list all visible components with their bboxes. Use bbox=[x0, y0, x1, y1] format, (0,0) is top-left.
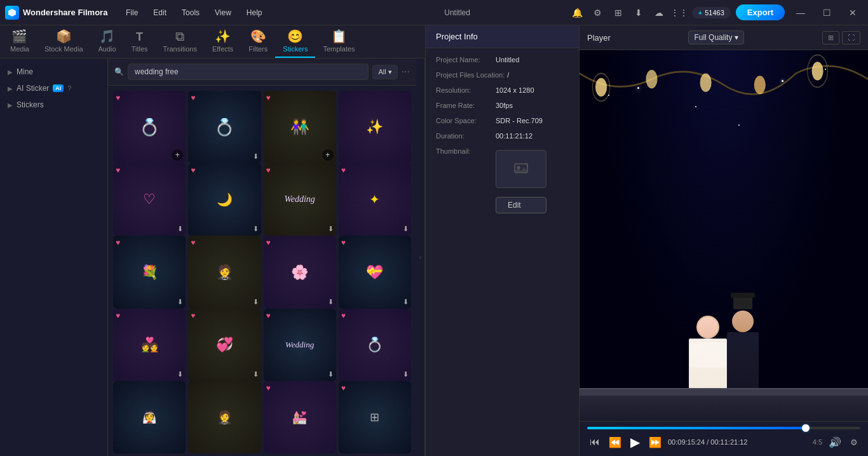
sticker-item[interactable]: ♥ Wedding ⬇ bbox=[264, 163, 336, 236]
sticker-item[interactable]: 🤵 bbox=[188, 381, 261, 453]
menu-tools[interactable]: Tools bbox=[175, 6, 206, 20]
download-icon[interactable]: ⬇ bbox=[631, 5, 646, 20]
tab-stickers[interactable]: 😊 Stickers bbox=[275, 25, 315, 58]
collapse-handle[interactable]: ‹ bbox=[416, 58, 425, 456]
progress-thumb bbox=[802, 424, 810, 432]
tab-media[interactable]: 🎬 Media bbox=[3, 25, 37, 58]
colorspace-value: SDR - Rec.709 bbox=[496, 117, 569, 124]
tab-transitions[interactable]: ⧉ Transitions bbox=[156, 25, 205, 58]
sticker-item[interactable]: ♥ 💍 ⬇ bbox=[188, 91, 261, 163]
favorite-icon: ♥ bbox=[116, 93, 120, 102]
sticker-emoji: 💝 bbox=[366, 264, 383, 281]
sticker-item[interactable]: ♥ ♡ ⬇ bbox=[113, 163, 186, 236]
stickers-sidebar: ▶ Mine ▶ AI Sticker AI ? ▶ Stickers bbox=[0, 58, 108, 456]
grid-icon[interactable]: ⊞ bbox=[611, 5, 626, 20]
close-button[interactable]: ✕ bbox=[843, 5, 863, 20]
edit-thumbnail-button[interactable]: Edit bbox=[496, 197, 546, 213]
sticker-item[interactable]: ♥ Wedding ⬇ bbox=[264, 309, 336, 381]
tab-filters[interactable]: 🎨 Filters bbox=[241, 25, 275, 58]
download-icon[interactable]: ⬇ bbox=[253, 152, 259, 161]
step-back-button[interactable]: ⏪ bbox=[606, 435, 624, 450]
project-info-tab[interactable]: Project Info bbox=[426, 25, 579, 48]
volume-icon[interactable]: 🔊 bbox=[826, 435, 844, 450]
sticker-item[interactable]: ♥ 💐 ⬇ bbox=[113, 236, 186, 308]
add-sticker-icon[interactable]: + bbox=[322, 149, 334, 161]
download-icon[interactable]: ⬇ bbox=[177, 370, 183, 379]
filters-icon: 🎨 bbox=[250, 29, 266, 44]
sticker-emoji: ♡ bbox=[143, 191, 156, 208]
settings-icon[interactable]: ⚙ bbox=[590, 5, 606, 20]
sidebar-item-ai-sticker[interactable]: ▶ AI Sticker AI ? bbox=[0, 80, 107, 97]
player-controls: ⏮ ⏪ ▶ ⏩ 00:09:15:24 / 00:11:21:12 4:5 🔊 … bbox=[580, 421, 868, 456]
project-info-panel: Project Info Project Name: Untitled Proj… bbox=[426, 25, 580, 456]
tab-stickers-label: Stickers bbox=[283, 45, 308, 53]
search-input[interactable] bbox=[128, 64, 369, 80]
sticker-item[interactable]: ♥ ✦ ⬇ bbox=[339, 163, 411, 236]
menu-edit[interactable]: Edit bbox=[147, 6, 173, 20]
sticker-item[interactable]: ✨ bbox=[339, 91, 411, 163]
tab-templates[interactable]: 📋 Templates bbox=[315, 25, 362, 58]
ai-help-icon[interactable]: ? bbox=[67, 84, 71, 92]
fullscreen-button[interactable]: ⛶ bbox=[842, 31, 860, 44]
playback-controls: ⏮ ⏪ ▶ ⏩ 00:09:15:24 / 00:11:21:12 bbox=[587, 433, 747, 451]
sticker-emoji: 💒 bbox=[292, 410, 308, 425]
logo-icon bbox=[5, 6, 19, 20]
bell-icon[interactable]: 🔔 bbox=[570, 5, 585, 20]
sticker-item[interactable]: ♥ 🌸 ⬇ bbox=[264, 236, 336, 308]
favorite-icon: ♥ bbox=[116, 238, 120, 247]
grid-view-button[interactable]: ⊞ bbox=[822, 31, 839, 44]
download-icon[interactable]: ⬇ bbox=[328, 298, 334, 306]
maximize-button[interactable]: ☐ bbox=[817, 5, 837, 20]
download-icon[interactable]: ⬇ bbox=[253, 298, 259, 306]
sticker-emoji: 💍 bbox=[366, 337, 383, 353]
download-icon[interactable]: ⬇ bbox=[328, 370, 334, 379]
thumbnail-row: Thumbnail: Edit bbox=[436, 147, 569, 213]
menu-file[interactable]: File bbox=[119, 6, 144, 20]
download-icon[interactable]: ⬇ bbox=[253, 225, 259, 233]
sticker-item[interactable]: ♥ 💞 ⬇ bbox=[188, 309, 261, 381]
menu-help[interactable]: Help bbox=[240, 6, 269, 20]
tab-effects-label: Effects bbox=[212, 45, 233, 53]
skip-back-button[interactable]: ⏮ bbox=[587, 435, 602, 449]
minimize-button[interactable]: — bbox=[790, 5, 811, 20]
sticker-item[interactable]: ♥ 💍 + bbox=[113, 91, 186, 163]
quality-select[interactable]: Full Quality ▾ bbox=[688, 30, 744, 44]
sticker-item[interactable]: ♥ 👫 + bbox=[264, 91, 336, 163]
apps-icon[interactable]: ⋮⋮ bbox=[672, 5, 687, 20]
sticker-item[interactable]: ♥ 💒 bbox=[264, 381, 336, 453]
sticker-item[interactable]: ♥ ⊞ bbox=[339, 381, 411, 453]
tab-stock[interactable]: 📦 Stock Media bbox=[37, 25, 91, 58]
tab-effects[interactable]: ✨ Effects bbox=[205, 25, 241, 58]
download-icon[interactable]: ⬇ bbox=[177, 298, 183, 306]
sticker-item[interactable]: ♥ 🌙 ⬇ bbox=[188, 163, 261, 236]
download-icon[interactable]: ⬇ bbox=[403, 225, 409, 233]
download-icon[interactable]: ⬇ bbox=[403, 298, 409, 306]
download-icon[interactable]: ⬇ bbox=[328, 225, 334, 233]
favorite-icon: ♥ bbox=[191, 311, 195, 320]
settings-button[interactable]: ⚙ bbox=[848, 436, 860, 448]
progress-fill bbox=[587, 427, 806, 429]
step-forward-button[interactable]: ⏩ bbox=[646, 435, 664, 450]
tab-audio[interactable]: 🎵 Audio bbox=[91, 25, 124, 58]
add-sticker-icon[interactable]: + bbox=[172, 149, 183, 161]
cloud-icon[interactable]: ☁ bbox=[651, 5, 667, 20]
sticker-item[interactable]: ♥ 🤵 ⬇ bbox=[188, 236, 261, 308]
sticker-item[interactable]: ♥ 💝 ⬇ bbox=[339, 236, 411, 308]
tab-titles[interactable]: T Titles bbox=[124, 27, 156, 58]
menu-view[interactable]: View bbox=[208, 6, 238, 20]
download-icon[interactable]: ⬇ bbox=[253, 370, 259, 379]
play-button[interactable]: ▶ bbox=[628, 433, 642, 451]
sticker-item[interactable]: ♥ 💑 ⬇ bbox=[113, 309, 186, 381]
search-bar: 🔍 All ▾ ··· bbox=[108, 58, 416, 86]
progress-bar[interactable] bbox=[587, 427, 860, 429]
sidebar-item-stickers[interactable]: ▶ Stickers bbox=[0, 97, 107, 113]
export-button[interactable]: Export bbox=[736, 4, 785, 20]
more-options-icon[interactable]: ··· bbox=[402, 66, 410, 77]
download-icon[interactable]: ⬇ bbox=[403, 370, 409, 379]
filter-dropdown[interactable]: All ▾ bbox=[372, 65, 397, 79]
view-buttons: ⊞ ⛶ bbox=[822, 31, 860, 44]
sticker-item[interactable]: 👰 bbox=[113, 381, 186, 453]
download-icon[interactable]: ⬇ bbox=[177, 225, 183, 233]
sidebar-item-mine[interactable]: ▶ Mine bbox=[0, 64, 107, 80]
sticker-item[interactable]: ♥ 💍 ⬇ bbox=[339, 309, 411, 381]
